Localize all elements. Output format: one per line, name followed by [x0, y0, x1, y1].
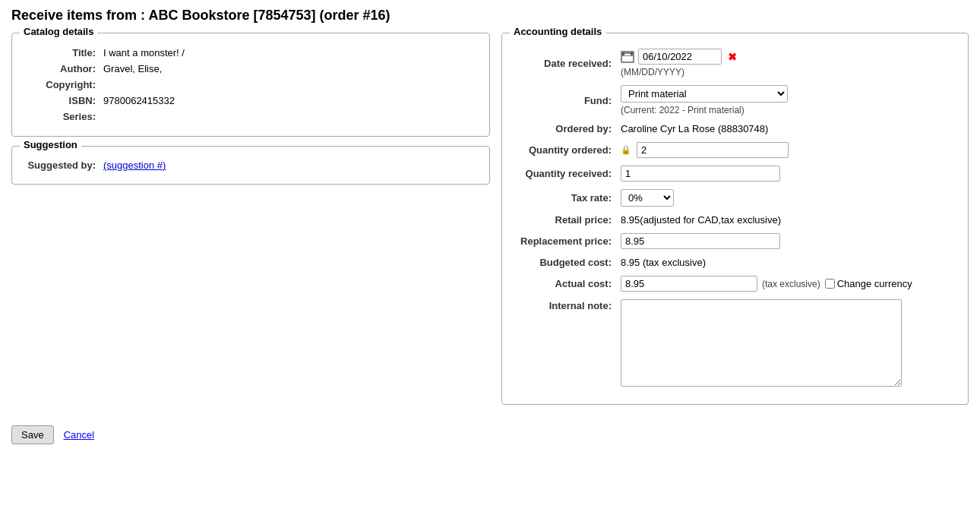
catalog-copyright-label: Copyright:: [24, 77, 100, 93]
lock-icon: 🔒: [621, 145, 631, 155]
catalog-title-row: Title: I want a monster! /: [24, 45, 478, 61]
qty-ordered-cell: 🔒: [616, 138, 956, 162]
fund-select[interactable]: Print material: [621, 85, 788, 103]
catalog-series-value: [100, 109, 478, 125]
fund-current-note: (Current: 2022 - Print material): [621, 105, 952, 115]
catalog-series-label: Series:: [24, 109, 100, 125]
svg-rect-4: [622, 55, 633, 56]
budgeted-cost-value: 8.95 (tax exclusive): [616, 253, 956, 272]
left-panel: Catalog details Title: I want a monster!…: [11, 33, 490, 194]
svg-rect-3: [631, 52, 633, 55]
date-received-row: Date received:: [514, 45, 956, 81]
suggestion-box: Suggestion Suggested by: (suggestion #): [11, 146, 490, 185]
suggested-by-value: (suggestion #): [100, 158, 478, 172]
internal-note-row: Internal note:: [514, 295, 956, 393]
change-currency-text: Change currency: [837, 278, 912, 289]
qty-received-cell: [616, 162, 956, 185]
date-received-cell: ✖ (MM/DD/YYYY): [616, 45, 956, 81]
catalog-author-row: Author: Gravel, Elise,: [24, 61, 478, 77]
accounting-legend: Accounting details: [510, 26, 605, 37]
replacement-price-row: Replacement price:: [514, 229, 956, 253]
change-currency-checkbox[interactable]: [825, 279, 835, 289]
retail-price-label: Retail price:: [514, 210, 616, 229]
catalog-isbn-label: ISBN:: [24, 93, 100, 109]
actual-cost-label: Actual cost:: [514, 272, 616, 295]
qty-ordered-input[interactable]: [637, 142, 789, 158]
retail-price-row: Retail price: 8.95(adjusted for CAD,tax …: [514, 210, 956, 229]
suggested-by-row: Suggested by: (suggestion #): [24, 158, 478, 172]
ordered-by-row: Ordered by: Caroline Cyr La Rose (888307…: [514, 119, 956, 138]
suggestion-legend: Suggestion: [20, 139, 81, 150]
qty-ordered-row: Quantity ordered: 🔒: [514, 138, 956, 162]
tax-rate-row: Tax rate: 0%: [514, 185, 956, 210]
catalog-copyright-value: [100, 77, 478, 93]
actual-cost-note: (tax exclusive): [762, 279, 820, 289]
fund-cell: Print material (Current: 2022 - Print ma…: [616, 81, 956, 119]
page-title: Receive items from : ABC Bookstore [7854…: [11, 8, 969, 24]
actual-cost-cell: (tax exclusive) Change currency: [616, 272, 956, 295]
catalog-table: Title: I want a monster! / Author: Grave…: [24, 45, 478, 125]
replacement-price-label: Replacement price:: [514, 229, 616, 253]
internal-note-textarea[interactable]: [621, 299, 902, 387]
footer-buttons: Save Cancel: [11, 425, 969, 444]
catalog-copyright-row: Copyright:: [24, 77, 478, 93]
right-panel: Accounting details Date received:: [501, 33, 969, 414]
fund-row: Fund: Print material (Current: 2022 - Pr…: [514, 81, 956, 119]
ordered-by-value: Caroline Cyr La Rose (88830748): [616, 119, 956, 138]
qty-ordered-label: Quantity ordered:: [514, 138, 616, 162]
catalog-legend: Catalog details: [20, 26, 97, 37]
accounting-table: Date received:: [514, 45, 956, 393]
qty-received-row: Quantity received:: [514, 162, 956, 185]
suggested-by-label: Suggested by:: [24, 158, 100, 172]
internal-note-cell: [616, 295, 956, 393]
qty-received-label: Quantity received:: [514, 162, 616, 185]
accounting-details-box: Accounting details Date received:: [501, 33, 969, 405]
catalog-series-row: Series:: [24, 109, 478, 125]
catalog-title-value: I want a monster! /: [100, 45, 478, 61]
clear-date-button[interactable]: ✖: [726, 50, 739, 64]
internal-note-label: Internal note:: [514, 295, 616, 393]
actual-cost-input[interactable]: [621, 276, 757, 292]
date-received-label: Date received:: [514, 45, 616, 81]
date-format-hint: (MM/DD/YYYY): [621, 67, 952, 77]
svg-rect-2: [622, 52, 624, 55]
change-currency-label: Change currency: [825, 278, 912, 289]
ordered-by-label: Ordered by:: [514, 119, 616, 138]
catalog-author-label: Author:: [24, 61, 100, 77]
catalog-author-value: Gravel, Elise,: [100, 61, 478, 77]
actual-cost-row: Actual cost: (tax exclusive) Change curr…: [514, 272, 956, 295]
catalog-title-label: Title:: [24, 45, 100, 61]
suggestion-link[interactable]: (suggestion #): [103, 160, 166, 171]
tax-rate-cell: 0%: [616, 185, 956, 210]
budgeted-cost-row: Budgeted cost: 8.95 (tax exclusive): [514, 253, 956, 272]
replacement-price-input[interactable]: [621, 233, 780, 249]
retail-price-value: 8.95(adjusted for CAD,tax exclusive): [616, 210, 956, 229]
suggestion-table: Suggested by: (suggestion #): [24, 158, 478, 172]
budgeted-cost-label: Budgeted cost:: [514, 253, 616, 272]
tax-rate-label: Tax rate:: [514, 185, 616, 210]
save-button[interactable]: Save: [11, 425, 54, 444]
qty-received-input[interactable]: [621, 166, 780, 182]
catalog-isbn-row: ISBN: 9780062415332: [24, 93, 478, 109]
tax-rate-select[interactable]: 0%: [621, 189, 674, 207]
replacement-price-cell: [616, 229, 956, 253]
catalog-details-box: Catalog details Title: I want a monster!…: [11, 33, 490, 137]
cancel-button[interactable]: Cancel: [64, 429, 94, 441]
catalog-isbn-value: 9780062415332: [100, 93, 478, 109]
date-received-input[interactable]: [638, 49, 722, 65]
calendar-icon: [621, 51, 634, 63]
fund-label: Fund:: [514, 81, 616, 119]
